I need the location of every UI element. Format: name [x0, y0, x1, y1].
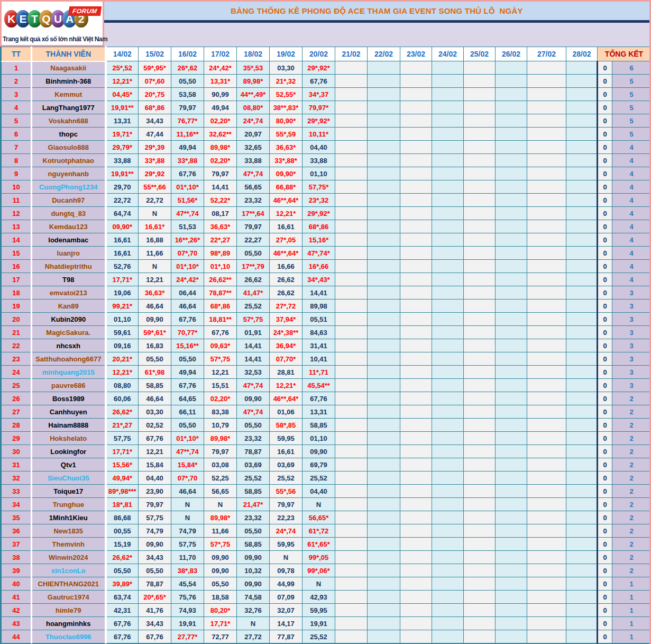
value-cell[interactable]: 99*,06*: [302, 564, 335, 577]
value-cell[interactable]: 22*,27: [204, 233, 237, 247]
empty-cell[interactable]: [527, 114, 566, 128]
empty-cell[interactable]: [527, 524, 566, 538]
value-cell[interactable]: N: [204, 498, 237, 511]
zero-cell[interactable]: 0: [598, 485, 612, 498]
empty-cell[interactable]: [566, 498, 598, 511]
value-cell[interactable]: 55*,56: [270, 485, 302, 498]
member-name[interactable]: himle79: [32, 604, 106, 617]
value-cell[interactable]: 35*,53: [237, 61, 270, 75]
value-cell[interactable]: 03,08: [204, 458, 237, 471]
value-cell[interactable]: 47**,74: [171, 445, 204, 458]
zero-cell[interactable]: 0: [598, 630, 612, 643]
empty-cell[interactable]: [400, 445, 432, 458]
empty-cell[interactable]: [432, 577, 464, 591]
value-cell[interactable]: 16*,66: [302, 260, 335, 273]
empty-cell[interactable]: [566, 300, 598, 313]
empty-cell[interactable]: [527, 392, 566, 405]
value-cell[interactable]: 89,98*: [204, 432, 237, 445]
empty-cell[interactable]: [527, 577, 566, 591]
value-cell[interactable]: 58,85: [139, 379, 171, 392]
zero-cell[interactable]: 0: [598, 220, 612, 233]
member-name[interactable]: Canhhuyen: [32, 405, 106, 419]
empty-cell[interactable]: [566, 286, 598, 300]
zero-cell[interactable]: 0: [598, 101, 612, 114]
empty-cell[interactable]: [464, 498, 496, 511]
zero-cell[interactable]: 0: [598, 577, 612, 591]
zero-cell[interactable]: 0: [598, 524, 612, 538]
empty-cell[interactable]: [496, 564, 527, 577]
value-cell[interactable]: 13,31: [106, 114, 139, 128]
value-cell[interactable]: 10,41: [302, 352, 335, 366]
value-cell[interactable]: 27*,05: [270, 233, 302, 247]
empty-cell[interactable]: [496, 339, 527, 352]
member-name[interactable]: CHIENTHANG2021: [32, 577, 106, 591]
empty-cell[interactable]: [464, 511, 496, 524]
value-cell[interactable]: 12,21: [139, 273, 171, 286]
value-cell[interactable]: 34*,43*: [302, 273, 335, 286]
empty-cell[interactable]: [432, 352, 464, 366]
value-cell[interactable]: 51,56*: [171, 194, 204, 207]
value-cell[interactable]: 56,65*: [302, 511, 335, 524]
empty-cell[interactable]: [566, 326, 598, 339]
empty-cell[interactable]: [527, 141, 566, 154]
empty-cell[interactable]: [432, 300, 464, 313]
value-cell[interactable]: 67,76: [171, 167, 204, 180]
total-cell[interactable]: 3: [612, 352, 651, 366]
member-name[interactable]: Voskahn688: [32, 114, 106, 128]
value-cell[interactable]: 86,68: [106, 511, 139, 524]
value-cell[interactable]: 33,88: [302, 154, 335, 167]
member-name[interactable]: Qtv1: [32, 458, 106, 471]
row-number[interactable]: 39: [2, 564, 32, 577]
row-number[interactable]: 25: [2, 379, 32, 392]
empty-cell[interactable]: [527, 101, 566, 114]
value-cell[interactable]: 29*,92: [139, 167, 171, 180]
empty-cell[interactable]: [496, 313, 527, 326]
empty-cell[interactable]: [368, 101, 400, 114]
date-header[interactable]: 19/02: [270, 47, 302, 61]
empty-cell[interactable]: [400, 141, 432, 154]
empty-cell[interactable]: [368, 617, 400, 630]
value-cell[interactable]: 59,95: [270, 432, 302, 445]
total-cell[interactable]: 6: [612, 61, 651, 75]
value-cell[interactable]: 26,62**: [204, 273, 237, 286]
value-cell[interactable]: 57*,75: [204, 538, 237, 551]
empty-cell[interactable]: [432, 207, 464, 220]
value-cell[interactable]: 07*,70: [171, 247, 204, 260]
empty-cell[interactable]: [566, 88, 598, 101]
zero-cell[interactable]: 0: [598, 405, 612, 419]
member-name[interactable]: pauvre686: [32, 379, 106, 392]
value-cell[interactable]: 47*,74: [237, 167, 270, 180]
empty-cell[interactable]: [496, 551, 527, 564]
empty-cell[interactable]: [566, 419, 598, 432]
row-number[interactable]: 18: [2, 286, 32, 300]
empty-cell[interactable]: [464, 260, 496, 273]
empty-cell[interactable]: [335, 141, 368, 154]
row-number[interactable]: 40: [2, 577, 32, 591]
value-cell[interactable]: 11,66: [204, 524, 237, 538]
empty-cell[interactable]: [464, 577, 496, 591]
empty-cell[interactable]: [566, 247, 598, 260]
value-cell[interactable]: 78,87: [237, 445, 270, 458]
empty-cell[interactable]: [335, 564, 368, 577]
empty-cell[interactable]: [432, 326, 464, 339]
empty-cell[interactable]: [400, 313, 432, 326]
empty-cell[interactable]: [464, 419, 496, 432]
empty-cell[interactable]: [368, 326, 400, 339]
member-name[interactable]: Satthuhoahong6677: [32, 352, 106, 366]
row-number[interactable]: 8: [2, 154, 32, 167]
value-cell[interactable]: 61*,98: [139, 366, 171, 379]
total-cell[interactable]: 1: [612, 591, 651, 604]
empty-cell[interactable]: [527, 233, 566, 247]
row-number[interactable]: 26: [2, 392, 32, 405]
value-cell[interactable]: 25,52: [270, 471, 302, 485]
value-cell[interactable]: 45,54: [171, 577, 204, 591]
total-cell[interactable]: 2: [612, 511, 651, 524]
date-header[interactable]: 26/02: [496, 47, 527, 61]
empty-cell[interactable]: [566, 432, 598, 445]
empty-cell[interactable]: [400, 286, 432, 300]
row-number[interactable]: 13: [2, 220, 32, 233]
empty-cell[interactable]: [464, 114, 496, 128]
value-cell[interactable]: 05,50: [139, 564, 171, 577]
row-number[interactable]: 5: [2, 114, 32, 128]
empty-cell[interactable]: [566, 551, 598, 564]
